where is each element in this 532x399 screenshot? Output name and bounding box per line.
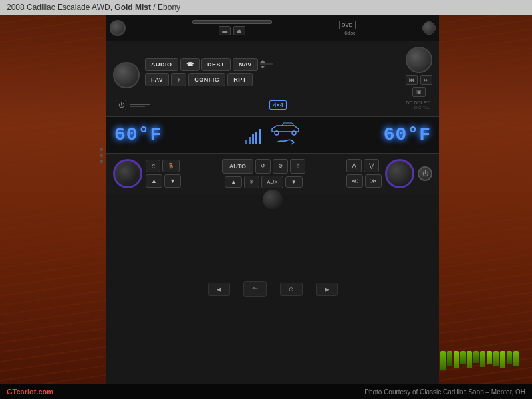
disc-label: 6disc: [344, 31, 355, 35]
seat-r3-icon: ≪: [352, 178, 358, 184]
svg-rect-4: [259, 129, 261, 144]
media-knob[interactable]: [110, 20, 126, 36]
fav-button[interactable]: FAV: [145, 73, 169, 86]
arrow-right-button[interactable]: ▶: [316, 283, 338, 296]
power-right-button[interactable]: ⏻: [418, 166, 432, 181]
sync-icon: ⚙: [278, 163, 283, 169]
sync-button[interactable]: ⚙: [273, 159, 288, 174]
nav-skip-icon: [260, 63, 273, 65]
temp-knob-right[interactable]: [385, 159, 414, 188]
temp-right-display: 60°F: [384, 124, 431, 145]
fan-down-icon: ▼: [291, 179, 297, 185]
prev-track-button[interactable]: ⏮: [406, 75, 418, 85]
config-button[interactable]: CONFIG: [188, 73, 225, 86]
fan-up-button[interactable]: ▲: [225, 176, 242, 188]
defrost-rear-button[interactable]: ☃: [290, 159, 305, 174]
seat-btn-3[interactable]: ▼: [164, 174, 181, 188]
svg-rect-1: [249, 137, 251, 144]
nav-button-ctrl[interactable]: NAV: [233, 58, 258, 71]
cd-icon[interactable]: ▬: [219, 26, 231, 35]
title-bar: 2008 Cadillac Escalade AWD, Gold Mist / …: [0, 0, 532, 15]
climate-controls-section: ⁈ 🪑 ▲ ▼: [106, 154, 439, 194]
eject-knob[interactable]: [422, 21, 436, 35]
car-title: 2008 Cadillac Escalade AWD,: [7, 3, 112, 12]
snake-icon-button[interactable]: 〜: [243, 281, 267, 297]
gtcarlot-logo: GTcarlot.com: [7, 388, 53, 396]
defrost-front-button[interactable]: ⁈: [146, 160, 160, 172]
car-color: Gold Mist: [114, 3, 151, 12]
cd-slot-top: [192, 20, 272, 24]
recirc-icon: ↺: [261, 163, 265, 169]
nav-main-knob[interactable]: [113, 62, 140, 88]
photo-credit: Photo Courtesy of Classic Cadillac Saab …: [364, 388, 525, 396]
media-top-section: ▬ ⏏ DVD 6disc: [106, 15, 439, 41]
car-outline-icon: [269, 122, 302, 136]
bottom-strip: ◀ 〜 ⊙ ▶: [106, 194, 439, 384]
left-indicator-dots: [100, 148, 103, 163]
sd-button[interactable]: ▣: [412, 87, 426, 97]
nav-down-icon: [260, 66, 265, 68]
main-container: 2008 Cadillac Escalade AWD, Gold Mist / …: [0, 0, 532, 399]
seat-heat-icon: 🪑: [168, 163, 174, 169]
seat-r4-icon: ≫: [370, 178, 376, 184]
car-body-icons: [269, 122, 302, 148]
wood-panel-right: [439, 15, 532, 384]
heat-seat-left-button[interactable]: 🪑: [162, 160, 180, 172]
center-console: ▬ ⏏ DVD 6disc: [106, 15, 439, 384]
aux-button[interactable]: AUX: [261, 176, 283, 188]
fan-down-button[interactable]: ▼: [285, 176, 303, 188]
car-interior: Ebony: [158, 3, 180, 12]
snake-icon: 〜: [252, 285, 258, 292]
seat-right-3[interactable]: ≪: [346, 174, 363, 188]
fan-bar-icon: [243, 125, 263, 145]
seat-right-icon: ⋀: [352, 162, 356, 169]
photo-area: ▬ ⏏ DVD 6disc: [0, 15, 532, 384]
power-right-icon: ⏻: [422, 170, 428, 177]
seat-right-4[interactable]: ≫: [365, 174, 382, 188]
airflow-icon: [275, 138, 295, 148]
fan-display: [243, 122, 302, 148]
seat-right-2[interactable]: ⋁: [364, 159, 379, 172]
seat-btn-2[interactable]: ▲: [146, 174, 162, 188]
foliage-decoration: [439, 350, 532, 370]
compass-icon: ⊙: [289, 286, 294, 293]
seat-r2-icon: ⋁: [369, 162, 374, 169]
auto-button[interactable]: AUTO: [222, 159, 253, 174]
defrost-rear-icon: ☃: [295, 163, 300, 169]
rpt-button[interactable]: RPT: [227, 73, 253, 86]
seat3-icon: ▼: [170, 178, 176, 184]
seat2-icon: ▲: [151, 178, 157, 184]
compass-icon-button[interactable]: ⊙: [280, 283, 303, 296]
fan-icon-button[interactable]: ✳: [244, 176, 259, 188]
power-circle-icon[interactable]: ⏻: [116, 100, 126, 110]
temp-left-display: 60°F: [114, 124, 162, 145]
recirc-button[interactable]: ↺: [255, 159, 271, 174]
svg-rect-2: [252, 134, 254, 144]
music-button[interactable]: ♪: [171, 73, 186, 86]
fan-spin-icon: ✳: [249, 179, 254, 185]
defrost-front-icon: ⁈: [151, 163, 155, 169]
next-track-button[interactable]: ⏭: [420, 75, 432, 85]
dvd-label: DVD: [339, 21, 356, 29]
nav-controls-section: AUDIO ☎ DEST NAV: [106, 41, 439, 117]
arrow-left-button[interactable]: ◀: [208, 283, 230, 296]
svg-rect-0: [245, 140, 247, 144]
phone-button[interactable]: ☎: [180, 58, 200, 71]
svg-rect-3: [255, 132, 257, 144]
watermark-bar: GTcarlot.com Photo Courtesy of Classic C…: [0, 384, 532, 399]
4x4-badge: 4×4: [269, 100, 286, 110]
eject-icon[interactable]: ⏏: [233, 26, 245, 35]
dolby-badge: DD DOLBY DIGITAL: [406, 100, 430, 111]
fan-up-icon: ▲: [231, 179, 236, 185]
temp-display-section: 60°F: [106, 117, 439, 154]
nav-up-icon: [260, 60, 265, 63]
wood-panel-left: [0, 15, 106, 384]
heat-seat-right-button[interactable]: ⋀: [346, 159, 362, 172]
temp-knob-left[interactable]: [113, 159, 142, 188]
dest-button[interactable]: DEST: [201, 58, 231, 71]
phone-icon: ☎: [186, 61, 194, 68]
audio-button[interactable]: AUDIO: [145, 58, 178, 71]
volume-knob[interactable]: [406, 47, 432, 73]
